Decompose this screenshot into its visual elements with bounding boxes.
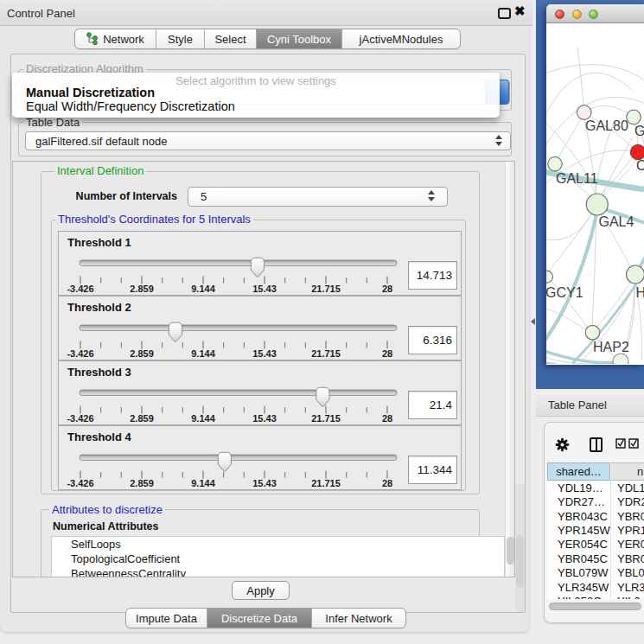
- svg-text:2.859: 2.859: [130, 413, 154, 424]
- svg-text:GAL80: GAL80: [585, 118, 628, 133]
- svg-text:-3.426: -3.426: [67, 413, 93, 424]
- svg-text:9.144: 9.144: [191, 348, 215, 359]
- svg-text:15.43: 15.43: [252, 348, 277, 359]
- svg-text:15.43: 15.43: [252, 413, 277, 424]
- svg-text:28: 28: [382, 478, 392, 488]
- svg-text:15.43: 15.43: [252, 284, 277, 294]
- svg-text:28: 28: [382, 413, 392, 424]
- svg-text:-3.426: -3.426: [67, 284, 93, 294]
- svg-text:9.144: 9.144: [191, 284, 215, 294]
- svg-text:9.144: 9.144: [191, 478, 215, 488]
- svg-text:21.715: 21.715: [311, 413, 341, 424]
- svg-text:28: 28: [382, 348, 392, 359]
- svg-text:2.859: 2.859: [130, 348, 154, 359]
- svg-text:21.715: 21.715: [311, 284, 341, 294]
- svg-text:15.43: 15.43: [252, 478, 277, 488]
- svg-text:-3.426: -3.426: [67, 348, 93, 359]
- svg-text:2.859: 2.859: [130, 284, 154, 294]
- svg-text:C: C: [636, 158, 644, 173]
- svg-text:GA: GA: [634, 124, 644, 138]
- svg-text:GCY1: GCY1: [546, 285, 583, 300]
- svg-text:HAP2: HAP2: [593, 340, 629, 354]
- svg-text:2.859: 2.859: [130, 478, 154, 488]
- svg-text:GAL4: GAL4: [599, 214, 634, 229]
- svg-text:HI: HI: [636, 285, 644, 300]
- svg-text:28: 28: [382, 284, 392, 294]
- svg-text:9.144: 9.144: [191, 413, 215, 424]
- svg-text:21.715: 21.715: [311, 348, 341, 359]
- svg-text:-3.426: -3.426: [67, 478, 93, 488]
- svg-text:21.715: 21.715: [311, 478, 341, 488]
- svg-text:GAL11: GAL11: [556, 171, 598, 186]
